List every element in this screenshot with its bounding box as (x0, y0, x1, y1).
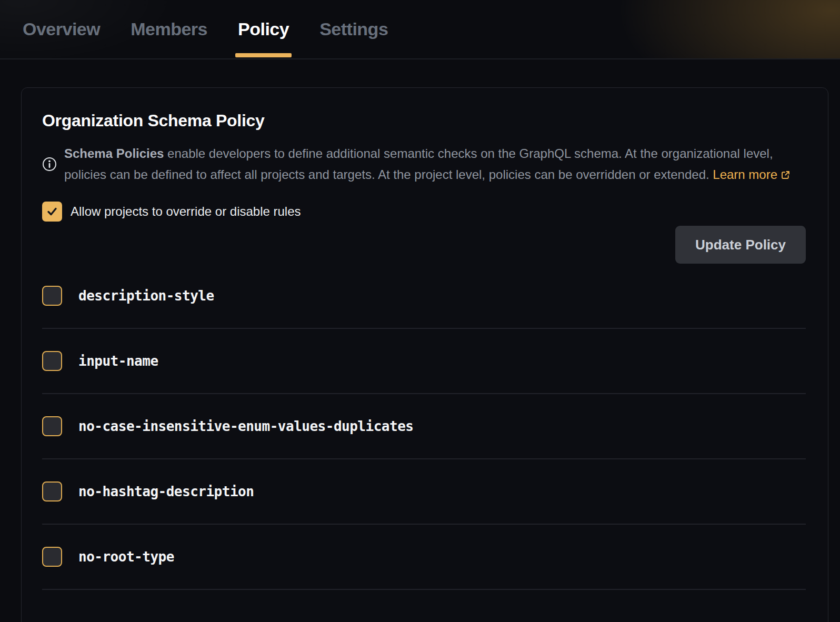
rule-row-description-style: description-style (42, 264, 806, 329)
info-icon (42, 157, 57, 172)
rule-name: no-root-type (78, 549, 174, 565)
app-root: Overview Members Policy Settings Organiz… (0, 0, 840, 622)
rule-checkbox[interactable] (42, 286, 62, 306)
learn-more-link[interactable]: Learn more (713, 167, 791, 182)
tab-policy-label: Policy (238, 19, 289, 39)
rule-row-no-hashtag-description: no-hashtag-description (42, 459, 806, 525)
info-text: Schema Policies enable developers to def… (64, 143, 795, 185)
tab-members-label: Members (131, 19, 207, 39)
tab-settings-label: Settings (319, 19, 388, 39)
rule-name: description-style (78, 288, 214, 304)
tab-settings[interactable]: Settings (319, 0, 388, 58)
rule-row-no-root-type: no-root-type (42, 525, 806, 590)
tab-members[interactable]: Members (131, 0, 207, 58)
rule-row-input-name: input-name (42, 329, 806, 394)
info-lead: Schema Policies (64, 146, 164, 160)
allow-override-row[interactable]: Allow projects to override or disable ru… (42, 202, 301, 222)
update-policy-button[interactable]: Update Policy (675, 226, 806, 264)
rules-list: description-style input-name no-case-ins… (42, 264, 806, 590)
external-link-icon (781, 170, 791, 180)
allow-override-checkbox[interactable] (42, 202, 62, 222)
org-tabs: Overview Members Policy Settings (0, 0, 840, 58)
rule-name: no-case-insensitive-enum-values-duplicat… (78, 418, 413, 434)
info-callout: Schema Policies enable developers to def… (42, 143, 806, 185)
check-icon (46, 205, 58, 218)
page-title: Organization Schema Policy (42, 111, 806, 131)
tab-bar: Overview Members Policy Settings (0, 0, 840, 59)
rule-name: no-hashtag-description (78, 484, 254, 499)
active-tab-underline (235, 53, 292, 57)
rule-name: input-name (78, 353, 158, 369)
rule-row-no-case-insensitive-enum-values-duplicates: no-case-insensitive-enum-values-duplicat… (42, 394, 806, 459)
learn-more-label: Learn more (713, 167, 777, 182)
policy-card: Organization Schema Policy Schema Polici… (21, 87, 828, 622)
toolbar: Update Policy (42, 226, 806, 264)
tab-overview[interactable]: Overview (23, 0, 100, 58)
rule-checkbox[interactable] (42, 481, 62, 501)
tab-policy[interactable]: Policy (238, 0, 289, 58)
tab-overview-label: Overview (23, 19, 100, 39)
allow-override-label: Allow projects to override or disable ru… (71, 204, 301, 219)
rule-checkbox[interactable] (42, 416, 62, 436)
rule-checkbox[interactable] (42, 547, 62, 567)
rule-checkbox[interactable] (42, 351, 62, 371)
info-body: enable developers to define additional s… (64, 146, 773, 182)
